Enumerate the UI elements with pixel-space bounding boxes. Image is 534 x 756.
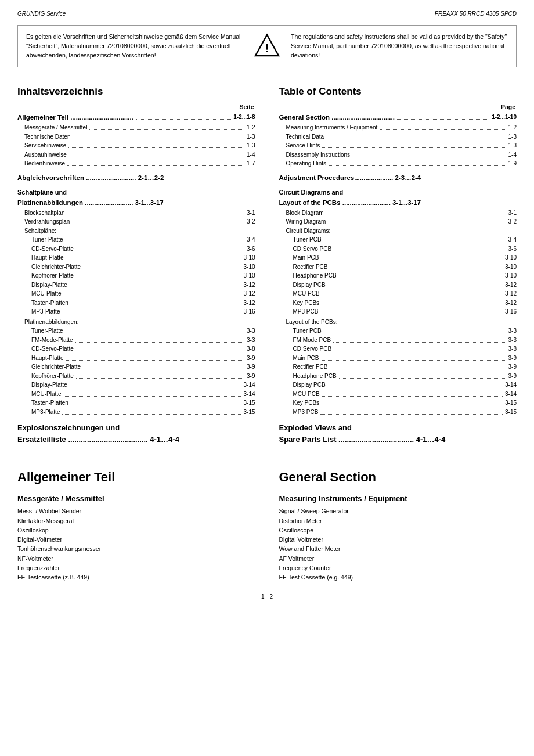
messgeraete-title: Messgeräte / Messmittel: [17, 494, 255, 503]
toc-label: Allgemeiner Teil .......................…: [17, 113, 134, 123]
toc-dots: [136, 113, 231, 120]
toc-entry: MCU-Platte 3-12: [17, 289, 255, 298]
header-right: FREAXX 50 RRCD 4305 SPCD: [435, 10, 517, 17]
toc-entry: MCU PCB 3-14: [279, 390, 517, 399]
header-left: GRUNDIG Service: [17, 10, 66, 17]
toc-col-header-en: Page: [279, 103, 517, 110]
explosion-line2-de: Ersatzteilliste ........................…: [17, 434, 255, 445]
toc-entry: Verdrahtungsplan 3-2: [17, 217, 255, 226]
toc-label-platinenabbildungen: Platinenabbildungen:: [17, 318, 255, 327]
inhaltsverzeichnis-col-header: Seite: [17, 103, 255, 110]
allgemeiner-teil-title: Allgemeiner Teil: [17, 470, 255, 485]
toc-entry: Kopfhörer-Platte 3-9: [17, 372, 255, 381]
toc-entry: Main PCB 3-10: [279, 253, 517, 262]
toc-entry: Kopfhörer-Platte 3-10: [17, 271, 255, 280]
toc-entry: CD-Servo-Platte 3-8: [17, 344, 255, 354]
list-item: Frequency Counter: [279, 563, 517, 573]
table-of-contents-col: Table of Contents Page General Section .…: [273, 84, 517, 445]
list-item: FE-Testcassette (z.B. 449): [17, 573, 255, 582]
list-item: Mess- / Wobbel-Sender: [17, 506, 255, 516]
toc-entry-abgleich: Abgleichvorschriften ...................…: [17, 173, 255, 183]
toc-entry: Tuner PCB 3-3: [279, 326, 517, 336]
toc-entry: MCU PCB 3-12: [279, 289, 517, 298]
toc-label-circuit-diagrams: Circuit Diagrams:: [279, 226, 517, 236]
list-item: Digital-Voltmeter: [17, 535, 255, 544]
page-header: GRUNDIG Service FREAXX 50 RRCD 4305 SPCD: [17, 10, 517, 19]
toc-entry: Display PCB 3-12: [279, 280, 517, 290]
toc-entry: Ausbauhinweise 1-4: [17, 150, 255, 160]
warning-icon: !: [252, 33, 282, 58]
page-number: 1 - 2: [261, 593, 273, 600]
list-item: Digital Voltmeter: [279, 535, 517, 544]
toc-entry: Rectifier PCB 3-9: [279, 362, 517, 372]
allgemeiner-teil-col: Allgemeiner Teil Messgeräte / Messmittel…: [17, 470, 261, 582]
warning-text-en: The regulations and safety instructions …: [291, 33, 508, 60]
toc-entry: Gleichrichter-Platte 3-9: [17, 362, 255, 372]
toc-entry: Tasten-Platten 3-15: [17, 398, 255, 408]
toc-entry: CD Servo PCB 3-6: [279, 244, 517, 254]
toc-entry: Blockschaltplan 3-1: [17, 208, 255, 218]
explosion-line1-de: Explosionszeichnungen und: [17, 422, 255, 434]
toc-entry: Tuner PCB 3-4: [279, 235, 517, 244]
toc-label-schaltplaene: Schaltpläne:: [17, 226, 255, 236]
toc-entry: Haupt-Platte 3-9: [17, 354, 255, 363]
toc-entry: Bedienhinweise 1-7: [17, 159, 255, 168]
list-item: Distortion Meter: [279, 516, 517, 525]
toc-group-circuit: Circuit Diagrams and Layout of the PCBs …: [279, 188, 517, 208]
toc-entry: Headphone PCB 3-10: [279, 271, 517, 280]
list-item: Oszilloskop: [17, 525, 255, 535]
toc-entry: MCU-Platte 3-14: [17, 390, 255, 399]
toc-entry: Operating Hints 1-9: [279, 159, 517, 168]
list-item: Signal / Sweep Generator: [279, 506, 517, 516]
messgeraete-list: Mess- / Wobbel-Sender Klirrfaktor-Messge…: [17, 506, 255, 582]
toc-container: Inhaltsverzeichnis Seite Allgemeiner Tei…: [17, 84, 517, 445]
toc-entry-layout: Layout of the PCBs .....................…: [279, 198, 517, 208]
toc-label-layout-pcbs: Layout of the PCBs:: [279, 318, 517, 327]
toc-entry: MP3 PCB 3-15: [279, 408, 517, 417]
toc-entry: Display-Platte 3-14: [17, 380, 255, 390]
toc-entry: MP3 PCB 3-16: [279, 307, 517, 316]
toc-entry: Gleichrichter-Platte 3-10: [17, 262, 255, 272]
toc-entry: Tuner-Platte 3-3: [17, 326, 255, 336]
list-item: Wow and Flutter Meter: [279, 544, 517, 553]
toc-entry-adjustment: Adjustment Procedures...................…: [279, 173, 517, 183]
warning-text-de: Es gelten die Vorschriften und Sicherhei…: [26, 33, 243, 60]
list-item: Frequenzzähler: [17, 563, 255, 573]
toc-entry: Main PCB 3-9: [279, 354, 517, 363]
toc-entry: Rectifier PCB 3-10: [279, 262, 517, 272]
list-item: AF Voltmeter: [279, 554, 517, 563]
inhaltsverzeichnis-col: Inhaltsverzeichnis Seite Allgemeiner Tei…: [17, 84, 261, 445]
toc-entry: Tuner-Platte 3-4: [17, 235, 255, 244]
toc-entry: Key PCBs 3-15: [279, 398, 517, 408]
toc-entry-general: General Section ........................…: [279, 113, 517, 123]
toc-entry: Service Hints 1-3: [279, 141, 517, 150]
list-item: Oscilloscope: [279, 525, 517, 535]
toc-entry: Disassembly Instructions 1-4: [279, 150, 517, 160]
section-divider: [17, 459, 517, 459]
toc-entry: MP3-Platte 3-16: [17, 307, 255, 316]
toc-entry: Messgeräte / Messmittel 1-2: [17, 123, 255, 132]
toc-entry: Technical Data 1-3: [279, 132, 517, 142]
svg-text:!: !: [265, 41, 269, 55]
general-section-col: General Section Measuring Instruments / …: [273, 470, 517, 582]
toc-page: 1-2...1-8: [233, 113, 255, 123]
toc-entry: Measuring Instruments / Equipment 1-2: [279, 123, 517, 132]
toc-entry: Display PCB 3-14: [279, 380, 517, 390]
explosion-de: Explosionszeichnungen und Ersatzteillist…: [17, 422, 255, 445]
toc-entry: MP3-Platte 3-15: [17, 408, 255, 417]
toc-entry: CD Servo PCB 3-8: [279, 344, 517, 354]
list-item: Tonhöhenschwankungsmesser: [17, 544, 255, 553]
toc-entry: Key PCBs 3-12: [279, 298, 517, 308]
explosion-line1-en: Exploded Views and: [279, 422, 517, 434]
toc-entry: FM Mode PCB 3-3: [279, 336, 517, 345]
measuring-list: Signal / Sweep Generator Distortion Mete…: [279, 506, 517, 582]
general-section-title: General Section: [279, 470, 517, 485]
toc-entry: CD-Servo-Platte 3-6: [17, 244, 255, 254]
inhaltsverzeichnis-title: Inhaltsverzeichnis: [17, 86, 255, 98]
toc-entry: Display-Platte 3-12: [17, 280, 255, 290]
toc-entry: Servicehinweise 1-3: [17, 141, 255, 150]
toc-entry: Haupt-Platte 3-10: [17, 253, 255, 262]
toc-title: Table of Contents: [279, 86, 517, 98]
toc-entry: Wiring Diagram 3-2: [279, 217, 517, 226]
toc-entry: FM-Mode-Platte 3-3: [17, 336, 255, 345]
